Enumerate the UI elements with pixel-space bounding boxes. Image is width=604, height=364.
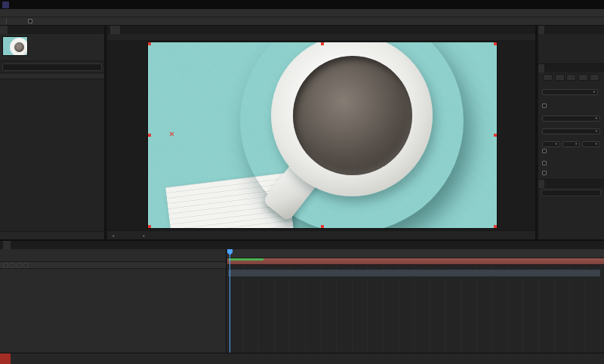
magnification-dropdown[interactable] xyxy=(111,233,114,238)
solo-column-icon xyxy=(17,263,22,268)
lock-column-icon xyxy=(23,263,29,268)
first-frame-button[interactable] xyxy=(543,74,553,81)
effects-tabbar xyxy=(538,180,604,188)
time-ruler[interactable] xyxy=(227,249,604,258)
play-cached-frames-checkbox[interactable] xyxy=(542,161,547,165)
effects-presets-panel xyxy=(538,180,604,239)
playhead[interactable] xyxy=(227,249,233,353)
composition-panel xyxy=(107,26,537,239)
tab-audio[interactable] xyxy=(544,26,550,34)
composition-tabbar xyxy=(107,26,535,34)
timeline-track-area[interactable] xyxy=(227,249,604,353)
cached-frames-indicator xyxy=(229,258,263,261)
effects-search-field[interactable] xyxy=(541,190,601,196)
project-panel xyxy=(0,26,106,239)
selection-handle[interactable] xyxy=(321,42,324,45)
menubar xyxy=(0,9,604,17)
video-column-icon xyxy=(3,263,8,268)
frame-rate-dropdown[interactable] xyxy=(542,141,560,147)
composition-toolbar xyxy=(107,230,535,239)
tab-libraries[interactable] xyxy=(544,180,550,188)
info-tabbar xyxy=(538,26,604,34)
composition-thumbnail[interactable] xyxy=(2,36,28,56)
minimize-button[interactable] xyxy=(568,0,579,9)
toolbar xyxy=(0,17,604,26)
next-frame-button[interactable] xyxy=(578,74,588,81)
after-effects-window: { "icons": { "app": "Ae", "minimize": "–… xyxy=(0,0,604,364)
move-time-checkbox[interactable] xyxy=(542,171,547,175)
previous-frame-button[interactable] xyxy=(555,74,565,81)
playhead-handle[interactable] xyxy=(227,249,233,255)
composition-tab[interactable] xyxy=(110,26,120,34)
info-panel xyxy=(538,26,604,63)
titlebar xyxy=(0,0,604,9)
range-dropdown[interactable] xyxy=(542,116,600,122)
app-icon xyxy=(2,2,9,8)
transport-controls xyxy=(538,72,604,82)
resolution-dropdown[interactable] xyxy=(141,233,144,238)
selection-handle[interactable] xyxy=(148,225,151,228)
status-bar xyxy=(0,353,604,364)
timeline-column-headers xyxy=(0,261,226,269)
shortcut-dropdown[interactable] xyxy=(542,89,598,95)
timeline-panel xyxy=(0,239,604,353)
frame-render-time-badge xyxy=(0,353,11,364)
full-screen-checkbox[interactable] xyxy=(542,149,547,153)
workspace-overflow-icon[interactable] xyxy=(522,17,530,26)
skip-dropdown[interactable] xyxy=(562,141,581,147)
project-tab[interactable] xyxy=(0,26,8,34)
work-area-bar[interactable] xyxy=(227,258,604,265)
selection-handle[interactable] xyxy=(494,134,497,137)
project-column-header[interactable] xyxy=(0,72,104,79)
anchor-point-marker[interactable] xyxy=(169,131,174,137)
timeline-tab[interactable] xyxy=(3,241,11,249)
tab-info[interactable] xyxy=(538,26,544,34)
selection-handle[interactable] xyxy=(148,134,151,137)
maximize-button[interactable] xyxy=(579,0,590,9)
thumbnail-cup xyxy=(13,41,26,54)
cup-interior-graphic xyxy=(293,56,412,175)
comp-navigator xyxy=(107,34,535,41)
preview-tabbar xyxy=(538,64,604,72)
selection-handle[interactable] xyxy=(321,225,324,228)
resolution-preview-dropdown[interactable] xyxy=(582,141,600,147)
selection-handle[interactable] xyxy=(494,42,497,45)
info-readout xyxy=(538,34,604,39)
play-from-dropdown[interactable] xyxy=(542,128,600,134)
selection-handle[interactable] xyxy=(148,42,151,45)
preview-panel xyxy=(538,64,604,179)
rate-skip-res-labels xyxy=(538,134,604,140)
tab-effects-presets[interactable] xyxy=(538,180,544,188)
cache-before-playback-checkbox[interactable] xyxy=(542,103,547,108)
project-panel-footer xyxy=(0,231,104,239)
project-item-preview xyxy=(0,34,104,61)
snapping-group xyxy=(28,19,53,23)
composition-canvas[interactable] xyxy=(148,42,497,228)
last-frame-button[interactable] xyxy=(590,74,599,81)
project-tabbar xyxy=(0,26,104,34)
audio-column-icon xyxy=(10,263,15,268)
layer-duration-bar[interactable] xyxy=(227,269,601,277)
play-button[interactable] xyxy=(566,74,576,81)
composition-viewer[interactable] xyxy=(107,41,535,230)
workspace-tab-libraries[interactable] xyxy=(530,17,538,26)
toolbar-divider xyxy=(6,18,7,24)
close-button[interactable] xyxy=(590,0,602,9)
project-search-field[interactable] xyxy=(2,63,102,71)
snapping-checkbox[interactable] xyxy=(28,19,32,23)
selection-handle[interactable] xyxy=(494,225,497,228)
timeline-tabbar xyxy=(0,241,604,249)
timeline-layer-list xyxy=(0,249,226,353)
window-controls xyxy=(568,0,602,9)
timeline-lanes[interactable] xyxy=(227,265,604,353)
tab-preview[interactable] xyxy=(538,64,544,72)
